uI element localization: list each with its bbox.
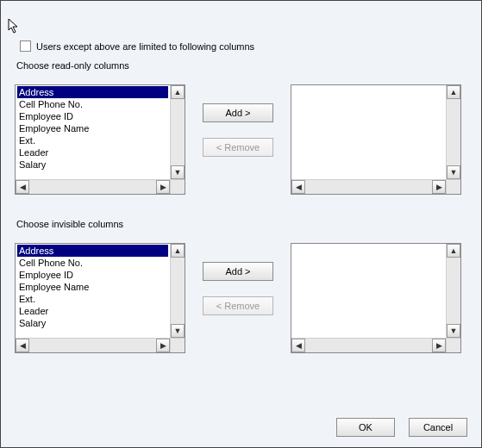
scroll-corner bbox=[170, 180, 185, 194]
scroll-left-icon[interactable]: ◀ bbox=[16, 180, 29, 194]
scroll-up-icon[interactable]: ▲ bbox=[171, 85, 185, 99]
scroll-track[interactable] bbox=[305, 339, 432, 352]
limit-columns-row: Users except above are limited to follow… bbox=[20, 40, 467, 52]
list-item[interactable]: Employee ID bbox=[17, 269, 168, 281]
scroll-left-icon[interactable]: ◀ bbox=[291, 339, 305, 352]
readonly-available-list[interactable]: AddressCell Phone No.Employee IDEmployee… bbox=[15, 84, 185, 195]
invisible-section-label: Choose invisible columns bbox=[16, 219, 467, 229]
scroll-up-icon[interactable]: ▲ bbox=[447, 244, 460, 258]
list-item[interactable]: Employee Name bbox=[17, 281, 168, 293]
scroll-down-icon[interactable]: ▼ bbox=[171, 165, 185, 179]
readonly-picker: AddressCell Phone No.Employee IDEmployee… bbox=[15, 84, 467, 195]
readonly-remove-button[interactable]: < Remove bbox=[203, 138, 273, 157]
list-item[interactable]: Leader bbox=[17, 305, 168, 317]
scroll-down-icon[interactable]: ▼ bbox=[447, 324, 460, 338]
invisible-add-button[interactable]: Add > bbox=[203, 262, 273, 281]
scroll-track[interactable] bbox=[305, 180, 432, 194]
invisible-available-list[interactable]: AddressCell Phone No.Employee IDEmployee… bbox=[15, 243, 185, 353]
scroll-corner bbox=[446, 180, 460, 194]
scroll-left-icon[interactable]: ◀ bbox=[291, 180, 305, 194]
list-item[interactable]: Employee Name bbox=[17, 122, 168, 134]
list-item[interactable]: Cell Phone No. bbox=[17, 98, 168, 110]
dialog-footer: OK Cancel bbox=[336, 418, 467, 437]
scroll-up-icon[interactable]: ▲ bbox=[447, 85, 460, 99]
limit-columns-label: Users except above are limited to follow… bbox=[36, 41, 254, 52]
scrollbar-vertical[interactable]: ▲ ▼ bbox=[170, 244, 185, 338]
scrollbar-vertical[interactable]: ▲ ▼ bbox=[446, 244, 460, 338]
list-item[interactable]: Ext. bbox=[17, 293, 168, 305]
scrollbar-horizontal[interactable]: ◀ ▶ bbox=[291, 179, 460, 194]
invisible-picker: AddressCell Phone No.Employee IDEmployee… bbox=[15, 243, 467, 353]
scrollbar-horizontal[interactable]: ◀ ▶ bbox=[291, 338, 460, 352]
scroll-right-icon[interactable]: ▶ bbox=[432, 180, 446, 194]
list-item[interactable]: Leader bbox=[17, 146, 168, 159]
readonly-add-button[interactable]: Add > bbox=[203, 103, 273, 122]
readonly-section-label: Choose read-only columns bbox=[16, 60, 467, 71]
scrollbar-horizontal[interactable]: ◀ ▶ bbox=[16, 179, 185, 194]
list-item[interactable]: Employee ID bbox=[17, 110, 168, 122]
ok-button[interactable]: OK bbox=[336, 418, 395, 437]
scroll-track[interactable] bbox=[171, 258, 185, 324]
scroll-track[interactable] bbox=[447, 258, 460, 324]
scroll-corner bbox=[446, 339, 460, 352]
list-item[interactable]: Salary bbox=[17, 317, 168, 329]
readonly-selected-list[interactable]: ▲ ▼ ◀ ▶ bbox=[291, 84, 461, 195]
scroll-track[interactable] bbox=[29, 339, 156, 352]
list-item[interactable]: Cell Phone No. bbox=[17, 257, 168, 269]
scrollbar-vertical[interactable]: ▲ ▼ bbox=[446, 85, 460, 179]
scrollbar-vertical[interactable]: ▲ ▼ bbox=[170, 85, 185, 179]
scroll-right-icon[interactable]: ▶ bbox=[432, 339, 446, 352]
scroll-right-icon[interactable]: ▶ bbox=[156, 339, 170, 352]
scrollbar-horizontal[interactable]: ◀ ▶ bbox=[16, 338, 185, 352]
scroll-track[interactable] bbox=[29, 180, 156, 194]
scroll-down-icon[interactable]: ▼ bbox=[447, 165, 460, 179]
list-item[interactable]: Address bbox=[17, 245, 168, 257]
readonly-buttons: Add > < Remove bbox=[203, 103, 273, 157]
scroll-track[interactable] bbox=[171, 99, 185, 165]
list-item[interactable]: Salary bbox=[17, 159, 168, 171]
list-item[interactable]: Address bbox=[17, 86, 168, 98]
dialog-window: Users except above are limited to follow… bbox=[0, 0, 482, 448]
invisible-remove-button[interactable]: < Remove bbox=[203, 296, 273, 315]
scroll-up-icon[interactable]: ▲ bbox=[171, 244, 185, 258]
cursor-icon bbox=[8, 18, 22, 35]
scroll-track[interactable] bbox=[447, 99, 460, 165]
scroll-left-icon[interactable]: ◀ bbox=[16, 339, 29, 352]
scroll-right-icon[interactable]: ▶ bbox=[156, 180, 170, 194]
list-item[interactable]: Ext. bbox=[17, 134, 168, 146]
limit-columns-checkbox[interactable] bbox=[20, 40, 31, 52]
invisible-selected-list[interactable]: ▲ ▼ ◀ ▶ bbox=[291, 243, 461, 353]
scroll-down-icon[interactable]: ▼ bbox=[171, 324, 185, 338]
scroll-corner bbox=[170, 339, 185, 352]
invisible-buttons: Add > < Remove bbox=[203, 262, 273, 315]
cancel-button[interactable]: Cancel bbox=[409, 418, 467, 437]
